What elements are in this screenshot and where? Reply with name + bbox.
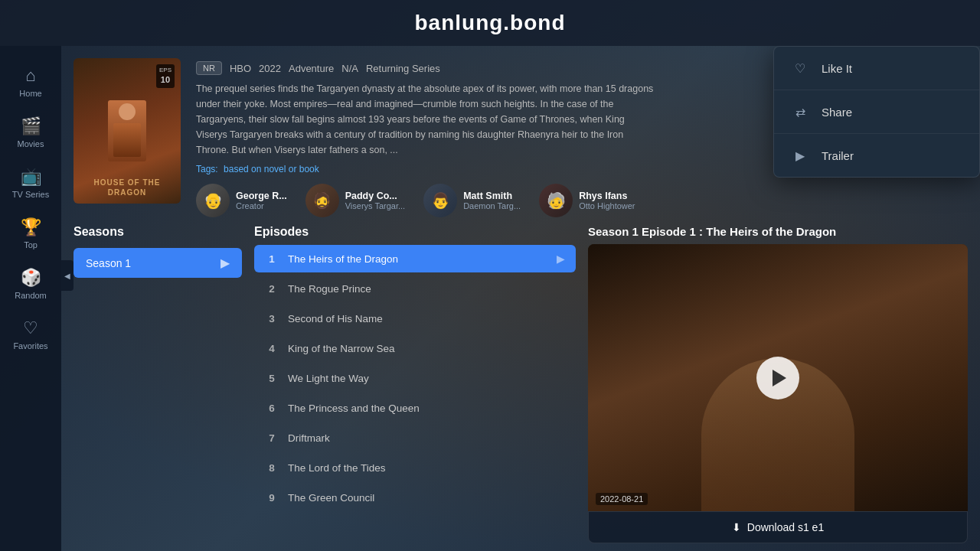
cast-role-george: Creator: [236, 201, 287, 210]
show-description: The prequel series finds the Targaryen d…: [196, 81, 655, 158]
cast-info-matt: Matt Smith Daemon Targ...: [463, 191, 521, 210]
season-arrow-icon: ▶: [220, 256, 230, 270]
cast-item-paddy[interactable]: 🧔 Paddy Co... Viserys Targar...: [305, 184, 405, 217]
sidebar-label-random: Random: [15, 291, 47, 300]
sidebar-item-home[interactable]: ⌂ Home: [4, 58, 57, 106]
tags-value: based on novel or book: [224, 164, 319, 174]
dropdown-trailer-label: Trailer: [822, 149, 854, 162]
download-button[interactable]: ⬇ Download s1 e1: [588, 511, 968, 543]
episode-item-9[interactable]: 9 The Green Council: [254, 484, 576, 511]
top-icon: 🏆: [21, 217, 41, 237]
poster-eps-num: 10: [159, 74, 172, 86]
cast-item-george[interactable]: 👴 George R... Creator: [196, 184, 287, 217]
cast-role-paddy: Viserys Targar...: [345, 201, 405, 210]
cast-name-paddy: Paddy Co...: [345, 191, 405, 201]
play-button[interactable]: [756, 357, 799, 399]
sidebar-item-movies[interactable]: 🎬 Movies: [4, 109, 57, 156]
preview-date: 2022-08-21: [596, 493, 648, 505]
ep-num-4: 4: [265, 343, 279, 354]
sidebar-item-top[interactable]: 🏆 Top: [4, 210, 57, 257]
status-text: Returning Series: [366, 63, 440, 74]
dropdown-share[interactable]: ⇄ Share: [774, 90, 979, 134]
rating2-text: N/A: [341, 63, 358, 74]
ep-num-2: 2: [265, 283, 279, 295]
ep-num-6: 6: [265, 403, 279, 414]
cast-avatar-george: 👴: [196, 184, 230, 217]
like-icon: ♡: [789, 57, 811, 79]
ep-title-5: We Light the Way: [288, 373, 565, 384]
sidebar-item-favorites[interactable]: ♡ Favorites: [4, 311, 57, 358]
preview-title: Season 1 Episode 1 : The Heirs of the Dr…: [588, 225, 968, 238]
episodes-panel: Episodes 1 The Heirs of the Dragon ▶ 2 T…: [254, 225, 576, 543]
episode-preview: Season 1 Episode 1 : The Heirs of the Dr…: [588, 225, 968, 543]
preview-image: 2022-08-21: [588, 244, 968, 511]
tags-label: Tags:: [196, 164, 218, 174]
ep-num-5: 5: [265, 373, 279, 384]
cast-item-matt[interactable]: 👨 Matt Smith Daemon Targ...: [423, 184, 521, 217]
season-1-label: Season 1: [86, 257, 131, 269]
ep-title-2: The Rogue Prince: [288, 283, 565, 295]
sidebar-collapse-button[interactable]: ◀: [61, 260, 74, 291]
ep-title-3: Second of His Name: [288, 313, 565, 324]
sidebar: ⌂ Home 🎬 Movies 📺 TV Series 🏆 Top 🎲 Rand…: [0, 46, 61, 551]
header-area: EPS 10 HOUSE OF THE DRAGON NR HBO 2022 A…: [61, 46, 980, 225]
cast-name-rhys: Rhys Ifans: [579, 191, 635, 201]
sidebar-label-favorites: Favorites: [13, 341, 47, 350]
cast-name-george: George R...: [236, 191, 287, 201]
sidebar-item-random[interactable]: 🎲 Random: [4, 260, 57, 308]
season-item-1[interactable]: Season 1 ▶: [74, 248, 242, 278]
seasons-title: Seasons: [74, 225, 242, 239]
episode-item-1[interactable]: 1 The Heirs of the Dragon ▶: [254, 245, 576, 272]
seasons-panel: Seasons Season 1 ▶: [74, 225, 242, 543]
cast-item-rhys[interactable]: 🧓 Rhys Ifans Otto Hightower: [539, 184, 635, 217]
dropdown-like[interactable]: ♡ Like It: [774, 47, 979, 90]
download-icon: ⬇: [732, 521, 741, 533]
sidebar-label-home: Home: [19, 89, 41, 98]
episode-item-3[interactable]: 3 Second of His Name: [254, 305, 576, 332]
episode-item-5[interactable]: 5 We Light the Way: [254, 365, 576, 392]
episode-item-7[interactable]: 7 Driftmark: [254, 425, 576, 452]
content-body: Seasons Season 1 ▶ Episodes 1 The Heirs …: [61, 225, 980, 551]
episode-item-2[interactable]: 2 The Rogue Prince: [254, 276, 576, 302]
ep-num-7: 7: [265, 432, 279, 444]
cast-avatar-rhys: 🧓: [539, 184, 573, 217]
ep-num-9: 9: [265, 492, 279, 504]
cast-info-george: George R... Creator: [236, 191, 287, 210]
sidebar-item-tv-series[interactable]: 📺 TV Series: [4, 159, 57, 207]
ep-num-3: 3: [265, 313, 279, 324]
cast-avatar-matt: 👨: [423, 184, 457, 217]
episode-item-4[interactable]: 4 King of the Narrow Sea: [254, 335, 576, 362]
ep-num-1: 1: [265, 253, 279, 265]
ep-arrow-1: ▶: [557, 253, 565, 265]
rating-badge: NR: [196, 61, 222, 75]
poster-eps-label: EPS: [159, 66, 172, 74]
ep-title-4: King of the Narrow Sea: [288, 343, 565, 354]
dropdown-share-label: Share: [822, 106, 852, 119]
ep-title-6: The Princess and the Queen: [288, 403, 565, 414]
trailer-icon: ▶: [789, 145, 811, 166]
year-text: 2022: [259, 63, 281, 74]
home-icon: ⌂: [25, 66, 35, 86]
ep-title-9: The Green Council: [288, 492, 565, 504]
sidebar-label-tv: TV Series: [12, 190, 49, 199]
cast-role-rhys: Otto Hightower: [579, 201, 635, 210]
ep-title-1: The Heirs of the Dragon: [288, 253, 547, 265]
episodes-title: Episodes: [254, 225, 576, 239]
cast-row: 👴 George R... Creator 🧔 Paddy Co... Vise…: [196, 184, 968, 217]
show-poster: EPS 10 HOUSE OF THE DRAGON: [74, 58, 181, 204]
genre-text: Adventure: [289, 63, 334, 74]
random-icon: 🎲: [21, 268, 41, 288]
cast-avatar-paddy: 🧔: [305, 184, 339, 217]
episode-item-8[interactable]: 8 The Lord of the Tides: [254, 455, 576, 481]
ep-title-7: Driftmark: [288, 432, 565, 444]
cast-info-paddy: Paddy Co... Viserys Targar...: [345, 191, 405, 210]
dropdown-trailer[interactable]: ▶ Trailer: [774, 134, 979, 177]
main-content: EPS 10 HOUSE OF THE DRAGON NR HBO 2022 A…: [61, 46, 980, 551]
cast-name-matt: Matt Smith: [463, 191, 521, 201]
topbar: banlung.bond: [0, 0, 980, 46]
episode-item-6[interactable]: 6 The Princess and the Queen: [254, 395, 576, 422]
dropdown-menu: ♡ Like It ⇄ Share ▶ Trailer: [773, 46, 980, 178]
tv-icon: 📺: [21, 167, 41, 187]
cast-role-matt: Daemon Targ...: [463, 201, 521, 210]
sidebar-label-movies: Movies: [18, 139, 44, 148]
